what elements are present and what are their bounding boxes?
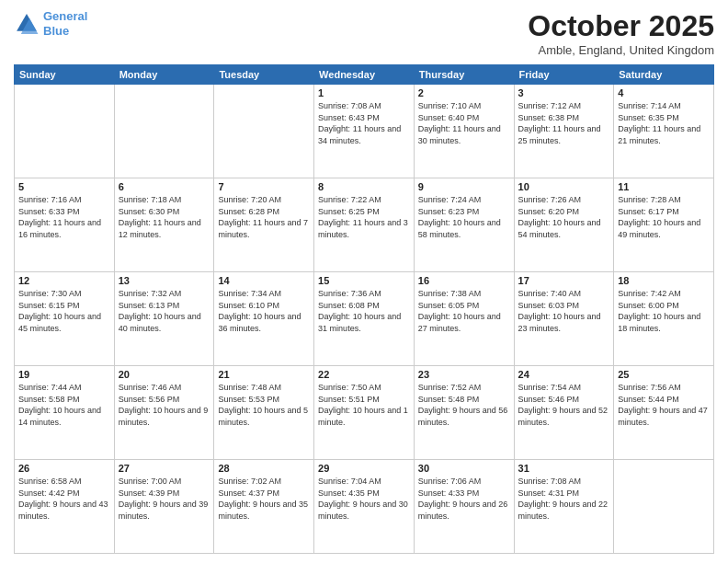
day-info: Sunrise: 7:34 AM Sunset: 6:10 PM Dayligh…: [218, 288, 310, 334]
calendar-cell: [614, 460, 714, 554]
calendar-cell: 18Sunrise: 7:42 AM Sunset: 6:00 PM Dayli…: [614, 272, 714, 366]
day-info: Sunrise: 7:48 AM Sunset: 5:53 PM Dayligh…: [218, 382, 310, 428]
week-row-2: 5Sunrise: 7:16 AM Sunset: 6:33 PM Daylig…: [15, 178, 714, 272]
calendar-cell: 30Sunrise: 7:06 AM Sunset: 4:33 PM Dayli…: [414, 460, 514, 554]
day-info: Sunrise: 7:14 AM Sunset: 6:35 PM Dayligh…: [618, 100, 710, 146]
calendar-cell: 21Sunrise: 7:48 AM Sunset: 5:53 PM Dayli…: [214, 366, 314, 460]
month-title: October 2025: [528, 9, 714, 43]
calendar-table: SundayMondayTuesdayWednesdayThursdayFrid…: [14, 64, 714, 554]
day-number: 22: [318, 369, 410, 380]
day-info: Sunrise: 7:56 AM Sunset: 5:44 PM Dayligh…: [618, 382, 710, 428]
day-info: Sunrise: 7:38 AM Sunset: 6:05 PM Dayligh…: [418, 288, 510, 334]
calendar-cell: 28Sunrise: 7:02 AM Sunset: 4:37 PM Dayli…: [214, 460, 314, 554]
day-header-wednesday: Wednesday: [314, 65, 415, 85]
day-number: 31: [518, 463, 610, 474]
day-info: Sunrise: 7:52 AM Sunset: 5:48 PM Dayligh…: [418, 382, 510, 428]
calendar-header-row: SundayMondayTuesdayWednesdayThursdayFrid…: [15, 65, 714, 85]
calendar-cell: 16Sunrise: 7:38 AM Sunset: 6:05 PM Dayli…: [414, 272, 514, 366]
logo-blue: Blue: [43, 24, 69, 38]
day-info: Sunrise: 7:22 AM Sunset: 6:25 PM Dayligh…: [318, 194, 410, 240]
calendar-cell: [15, 85, 115, 178]
day-info: Sunrise: 7:30 AM Sunset: 6:15 PM Dayligh…: [18, 288, 110, 334]
day-info: Sunrise: 7:32 AM Sunset: 6:13 PM Dayligh…: [119, 288, 210, 334]
week-row-4: 19Sunrise: 7:44 AM Sunset: 5:58 PM Dayli…: [15, 366, 714, 460]
day-number: 24: [518, 369, 610, 380]
day-info: Sunrise: 7:36 AM Sunset: 6:08 PM Dayligh…: [318, 288, 410, 334]
day-number: 17: [518, 275, 610, 286]
day-info: Sunrise: 7:40 AM Sunset: 6:03 PM Dayligh…: [518, 288, 610, 334]
day-number: 3: [518, 87, 610, 98]
day-header-monday: Monday: [114, 65, 214, 85]
day-number: 26: [18, 463, 110, 474]
calendar-cell: 1Sunrise: 7:08 AM Sunset: 6:43 PM Daylig…: [314, 85, 415, 178]
day-number: 30: [418, 463, 510, 474]
calendar-cell: 24Sunrise: 7:54 AM Sunset: 5:46 PM Dayli…: [514, 366, 614, 460]
calendar-cell: 31Sunrise: 7:08 AM Sunset: 4:31 PM Dayli…: [514, 460, 614, 554]
day-number: 18: [618, 275, 710, 286]
day-header-friday: Friday: [514, 65, 614, 85]
calendar-cell: 2Sunrise: 7:10 AM Sunset: 6:40 PM Daylig…: [414, 85, 514, 178]
calendar-cell: 11Sunrise: 7:28 AM Sunset: 6:17 PM Dayli…: [614, 178, 714, 272]
day-header-sunday: Sunday: [15, 65, 115, 85]
calendar-cell: 13Sunrise: 7:32 AM Sunset: 6:13 PM Dayli…: [114, 272, 214, 366]
week-row-5: 26Sunrise: 6:58 AM Sunset: 4:42 PM Dayli…: [15, 460, 714, 554]
day-number: 29: [318, 463, 410, 474]
calendar-cell: 26Sunrise: 6:58 AM Sunset: 4:42 PM Dayli…: [15, 460, 115, 554]
day-info: Sunrise: 7:54 AM Sunset: 5:46 PM Dayligh…: [518, 382, 610, 428]
logo-icon: [14, 11, 40, 37]
day-number: 23: [418, 369, 510, 380]
calendar-cell: 20Sunrise: 7:46 AM Sunset: 5:56 PM Dayli…: [114, 366, 214, 460]
logo: General Blue: [14, 9, 87, 38]
calendar-cell: 25Sunrise: 7:56 AM Sunset: 5:44 PM Dayli…: [614, 366, 714, 460]
day-number: 12: [18, 275, 110, 286]
day-header-tuesday: Tuesday: [214, 65, 314, 85]
day-number: 5: [18, 181, 110, 192]
calendar-cell: 22Sunrise: 7:50 AM Sunset: 5:51 PM Dayli…: [314, 366, 415, 460]
day-number: 28: [218, 463, 310, 474]
day-info: Sunrise: 7:00 AM Sunset: 4:39 PM Dayligh…: [119, 476, 210, 522]
day-number: 1: [318, 87, 410, 98]
day-info: Sunrise: 7:08 AM Sunset: 4:31 PM Dayligh…: [518, 476, 610, 522]
day-info: Sunrise: 7:50 AM Sunset: 5:51 PM Dayligh…: [318, 382, 410, 428]
day-info: Sunrise: 7:28 AM Sunset: 6:17 PM Dayligh…: [618, 194, 710, 240]
day-info: Sunrise: 6:58 AM Sunset: 4:42 PM Dayligh…: [18, 476, 110, 522]
day-number: 20: [119, 369, 210, 380]
day-info: Sunrise: 7:46 AM Sunset: 5:56 PM Dayligh…: [119, 382, 210, 428]
day-number: 25: [618, 369, 710, 380]
day-number: 15: [318, 275, 410, 286]
day-number: 4: [618, 87, 710, 98]
day-number: 11: [618, 181, 710, 192]
day-number: 27: [119, 463, 210, 474]
day-number: 14: [218, 275, 310, 286]
calendar-cell: 4Sunrise: 7:14 AM Sunset: 6:35 PM Daylig…: [614, 85, 714, 178]
calendar-cell: [214, 85, 314, 178]
calendar-cell: 27Sunrise: 7:00 AM Sunset: 4:39 PM Dayli…: [114, 460, 214, 554]
day-info: Sunrise: 7:04 AM Sunset: 4:35 PM Dayligh…: [318, 476, 410, 522]
calendar-cell: 17Sunrise: 7:40 AM Sunset: 6:03 PM Dayli…: [514, 272, 614, 366]
day-number: 21: [218, 369, 310, 380]
calendar-cell: 15Sunrise: 7:36 AM Sunset: 6:08 PM Dayli…: [314, 272, 415, 366]
day-number: 2: [418, 87, 510, 98]
day-info: Sunrise: 7:26 AM Sunset: 6:20 PM Dayligh…: [518, 194, 610, 240]
location: Amble, England, United Kingdom: [528, 43, 714, 57]
day-info: Sunrise: 7:16 AM Sunset: 6:33 PM Dayligh…: [18, 194, 110, 240]
calendar-cell: 5Sunrise: 7:16 AM Sunset: 6:33 PM Daylig…: [15, 178, 115, 272]
logo-general: General: [43, 9, 87, 23]
day-number: 13: [119, 275, 210, 286]
calendar-cell: 19Sunrise: 7:44 AM Sunset: 5:58 PM Dayli…: [15, 366, 115, 460]
day-info: Sunrise: 7:44 AM Sunset: 5:58 PM Dayligh…: [18, 382, 110, 428]
day-header-saturday: Saturday: [614, 65, 714, 85]
calendar-cell: 6Sunrise: 7:18 AM Sunset: 6:30 PM Daylig…: [114, 178, 214, 272]
calendar-cell: 29Sunrise: 7:04 AM Sunset: 4:35 PM Dayli…: [314, 460, 415, 554]
calendar-cell: 8Sunrise: 7:22 AM Sunset: 6:25 PM Daylig…: [314, 178, 415, 272]
calendar-cell: 14Sunrise: 7:34 AM Sunset: 6:10 PM Dayli…: [214, 272, 314, 366]
day-info: Sunrise: 7:12 AM Sunset: 6:38 PM Dayligh…: [518, 100, 610, 146]
day-number: 10: [518, 181, 610, 192]
day-number: 9: [418, 181, 510, 192]
calendar-cell: 23Sunrise: 7:52 AM Sunset: 5:48 PM Dayli…: [414, 366, 514, 460]
calendar-cell: 7Sunrise: 7:20 AM Sunset: 6:28 PM Daylig…: [214, 178, 314, 272]
day-info: Sunrise: 7:24 AM Sunset: 6:23 PM Dayligh…: [418, 194, 510, 240]
day-info: Sunrise: 7:10 AM Sunset: 6:40 PM Dayligh…: [418, 100, 510, 146]
calendar-cell: [114, 85, 214, 178]
title-area: October 2025 Amble, England, United King…: [528, 9, 714, 57]
